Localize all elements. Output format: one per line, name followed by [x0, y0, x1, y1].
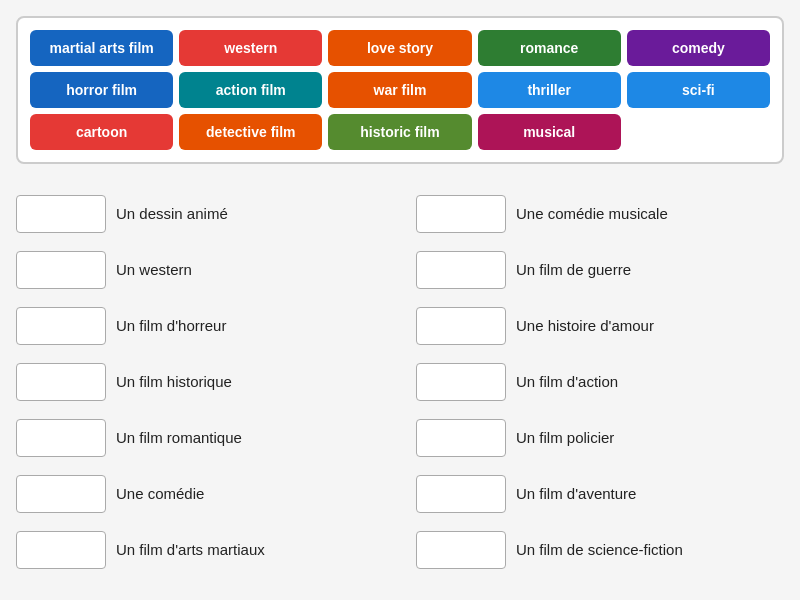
match-label: Un film de guerre: [516, 260, 631, 280]
match-label: Une comédie musicale: [516, 204, 668, 224]
match-label: Un dessin animé: [116, 204, 228, 224]
match-item: Un dessin animé: [16, 188, 384, 240]
tag-item[interactable]: action film: [179, 72, 322, 108]
match-label: Un film romantique: [116, 428, 242, 448]
match-item: Un film d'action: [416, 356, 784, 408]
answer-box[interactable]: [16, 419, 106, 457]
answer-box[interactable]: [16, 195, 106, 233]
answer-box[interactable]: [16, 531, 106, 569]
answer-box[interactable]: [416, 363, 506, 401]
match-label: Un film d'horreur: [116, 316, 226, 336]
tag-item[interactable]: cartoon: [30, 114, 173, 150]
answer-box[interactable]: [416, 307, 506, 345]
answer-box[interactable]: [416, 419, 506, 457]
answer-box[interactable]: [416, 195, 506, 233]
match-item: Une comédie: [16, 468, 384, 520]
match-item: Un film romantique: [16, 412, 384, 464]
match-label: Un film de science-fiction: [516, 540, 683, 560]
tag-item[interactable]: comedy: [627, 30, 770, 66]
match-item: Un western: [16, 244, 384, 296]
match-item: Un film d'aventure: [416, 468, 784, 520]
match-item: Une comédie musicale: [416, 188, 784, 240]
left-column: Un dessin animéUn westernUn film d'horre…: [16, 188, 384, 576]
match-item: Un film de science-fiction: [416, 524, 784, 576]
match-label: Un film d'arts martiaux: [116, 540, 265, 560]
match-item: Un film policier: [416, 412, 784, 464]
tag-item[interactable]: horror film: [30, 72, 173, 108]
tag-item[interactable]: musical: [478, 114, 621, 150]
answer-box[interactable]: [16, 475, 106, 513]
match-label: Une histoire d'amour: [516, 316, 654, 336]
match-item: Un film de guerre: [416, 244, 784, 296]
tag-item[interactable]: romance: [478, 30, 621, 66]
match-label: Un film d'aventure: [516, 484, 636, 504]
match-label: Un film policier: [516, 428, 614, 448]
match-item: Une histoire d'amour: [416, 300, 784, 352]
match-label: Un western: [116, 260, 192, 280]
match-label: Un film d'action: [516, 372, 618, 392]
tag-item[interactable]: western: [179, 30, 322, 66]
tag-item[interactable]: war film: [328, 72, 471, 108]
match-label: Un film historique: [116, 372, 232, 392]
answer-box[interactable]: [16, 363, 106, 401]
match-label: Une comédie: [116, 484, 204, 504]
match-item: Un film d'arts martiaux: [16, 524, 384, 576]
match-section: Un dessin animéUn westernUn film d'horre…: [16, 188, 784, 576]
answer-box[interactable]: [416, 531, 506, 569]
answer-box[interactable]: [416, 475, 506, 513]
answer-box[interactable]: [16, 251, 106, 289]
tag-item[interactable]: love story: [328, 30, 471, 66]
match-item: Un film historique: [16, 356, 384, 408]
tag-cloud: martial arts filmwesternlove storyromanc…: [16, 16, 784, 164]
tag-item[interactable]: historic film: [328, 114, 471, 150]
right-column: Une comédie musicaleUn film de guerreUne…: [416, 188, 784, 576]
tag-item[interactable]: detective film: [179, 114, 322, 150]
answer-box[interactable]: [16, 307, 106, 345]
answer-box[interactable]: [416, 251, 506, 289]
tag-item[interactable]: sci-fi: [627, 72, 770, 108]
tag-item[interactable]: thriller: [478, 72, 621, 108]
match-item: Un film d'horreur: [16, 300, 384, 352]
tag-item[interactable]: martial arts film: [30, 30, 173, 66]
